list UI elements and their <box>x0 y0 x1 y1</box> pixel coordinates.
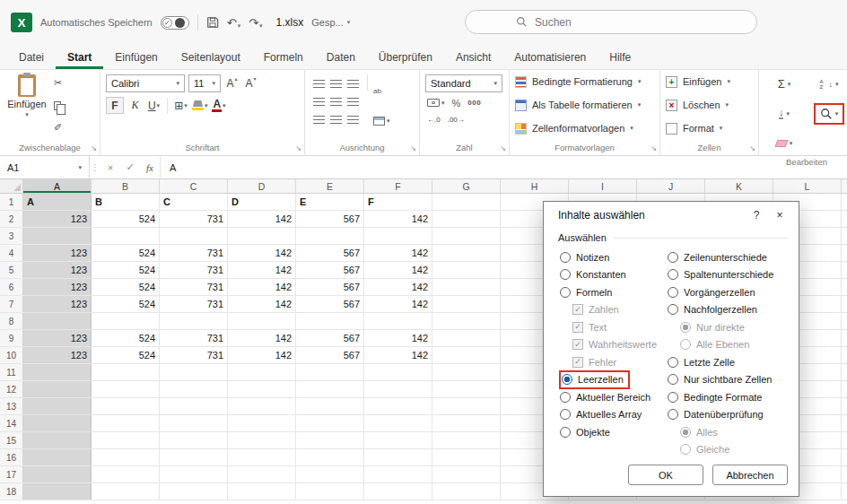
cell-G10[interactable] <box>432 347 501 363</box>
cell-G11[interactable] <box>432 364 501 380</box>
align-bottom-icon[interactable] <box>347 80 359 88</box>
cell-C15[interactable] <box>160 432 228 448</box>
cell-F10[interactable]: 142 <box>364 347 432 363</box>
row-header-7[interactable]: 7 <box>0 296 23 312</box>
wrap-text-button[interactable]: ab <box>373 84 390 98</box>
cell-C5[interactable]: 731 <box>160 262 228 278</box>
cell-G8[interactable] <box>432 313 501 329</box>
row-header-8[interactable]: 8 <box>0 313 23 329</box>
cut-button[interactable]: ✂ <box>54 76 66 90</box>
cell-D14[interactable] <box>228 415 296 431</box>
ok-button[interactable]: OK <box>628 465 703 485</box>
dialog-launcher-icon[interactable]: ↘ <box>91 145 97 152</box>
column-header-h[interactable]: H <box>501 179 569 193</box>
column-header-f[interactable]: F <box>364 179 432 193</box>
cell-A16[interactable] <box>23 449 92 465</box>
cell-D9[interactable]: 142 <box>228 330 296 346</box>
tab-start[interactable]: Start <box>56 45 103 69</box>
conditional-formatting-button[interactable]: Bedingte Formatierung▾ <box>515 74 654 90</box>
cell-F11[interactable] <box>364 364 432 380</box>
option-formeln[interactable]: Formeln <box>560 283 668 301</box>
cell-G6[interactable] <box>432 279 501 295</box>
cell-D12[interactable] <box>228 381 296 397</box>
sort-filter-button[interactable]: AZ↓▾ <box>816 77 842 91</box>
cell-D8[interactable] <box>228 313 296 329</box>
bold-button[interactable]: F <box>106 97 124 114</box>
formula-bar-handle[interactable]: ⋮ <box>90 162 100 172</box>
enter-entry-icon[interactable]: ✓ <box>120 161 140 173</box>
cell-C7[interactable]: 731 <box>160 296 228 312</box>
cell-A13[interactable] <box>23 398 92 414</box>
cell-B17[interactable] <box>92 466 160 482</box>
cell-B12[interactable] <box>92 381 160 397</box>
autosum-button[interactable]: Σ▾ <box>774 75 795 92</box>
cell-E9[interactable]: 567 <box>296 330 364 346</box>
dialog-close-icon[interactable]: × <box>770 209 790 222</box>
find-select-button[interactable]: ▾ <box>816 106 843 122</box>
tab-einfügen[interactable]: Einfügen <box>103 45 169 69</box>
radio-unchecked-icon[interactable] <box>668 409 678 420</box>
cell-D10[interactable]: 142 <box>228 347 296 363</box>
cell-B14[interactable] <box>92 415 160 431</box>
cell-C12[interactable] <box>160 381 228 397</box>
cell-C6[interactable]: 731 <box>160 279 228 295</box>
align-left-icon[interactable] <box>313 98 325 106</box>
cell-E1[interactable]: E <box>296 194 364 210</box>
dialog-launcher-icon[interactable]: ↘ <box>295 145 301 152</box>
row-header-9[interactable]: 9 <box>0 330 23 346</box>
cell-F2[interactable]: 142 <box>364 211 432 227</box>
tab-formeln[interactable]: Formeln <box>252 45 315 69</box>
cell-A12[interactable] <box>23 381 92 397</box>
row-header-4[interactable]: 4 <box>0 245 23 261</box>
option-aktuelles-array[interactable]: Aktuelles Array <box>560 406 668 424</box>
cell-D6[interactable]: 142 <box>228 279 296 295</box>
cell-D11[interactable] <box>228 364 296 380</box>
cell-F1[interactable]: F <box>364 194 432 210</box>
row-header-16[interactable]: 16 <box>0 449 23 465</box>
cell-B8[interactable] <box>92 313 160 329</box>
cell-E18[interactable] <box>296 483 364 500</box>
cell-F7[interactable]: 142 <box>364 296 432 312</box>
tab-automatisieren[interactable]: Automatisieren <box>502 45 598 69</box>
option-leerzellen[interactable]: Leerzellen <box>560 371 629 389</box>
select-all-corner[interactable] <box>0 179 23 193</box>
align-center-icon[interactable] <box>330 98 342 106</box>
cell-A10[interactable]: 123 <box>23 347 92 363</box>
cell-D1[interactable]: D <box>228 194 296 210</box>
cell-B10[interactable]: 524 <box>92 347 160 363</box>
grow-font-button[interactable]: A▴ <box>224 75 240 92</box>
row-header-12[interactable]: 12 <box>0 381 23 397</box>
fill-color-button[interactable]: ▾ <box>192 97 208 114</box>
cell-E11[interactable] <box>296 364 364 380</box>
save-status[interactable]: Gesp...▾ <box>311 17 350 28</box>
option-nur-sichtbare-zellen[interactable]: Nur sichtbare Zellen <box>668 371 791 389</box>
cell-B3[interactable] <box>92 228 160 244</box>
cell-B16[interactable] <box>92 449 160 465</box>
cell-E12[interactable] <box>296 381 364 397</box>
column-header-j[interactable]: J <box>637 179 705 193</box>
cell-E15[interactable] <box>296 432 364 448</box>
row-header-1[interactable]: 1 <box>0 194 23 210</box>
cell-A6[interactable]: 123 <box>23 279 92 295</box>
cell-F13[interactable] <box>364 398 432 414</box>
formula-input[interactable]: A <box>160 156 847 178</box>
cell-C11[interactable] <box>160 364 228 380</box>
orientation-icon[interactable] <box>347 116 359 124</box>
cell-A5[interactable]: 123 <box>23 262 92 278</box>
indent-decrease-icon[interactable] <box>313 116 325 124</box>
format-cells-button[interactable]: Format▾ <box>666 120 753 136</box>
cell-D16[interactable] <box>228 449 296 465</box>
cell-A2[interactable]: 123 <box>23 211 92 227</box>
row-header-14[interactable]: 14 <box>0 415 23 431</box>
cell-B15[interactable] <box>92 432 160 448</box>
row-header-17[interactable]: 17 <box>0 466 23 482</box>
insert-function-icon[interactable]: fx <box>140 162 160 173</box>
format-as-table-button[interactable]: Als Tabelle formatieren▾ <box>515 97 654 113</box>
decrease-decimal-button[interactable]: .00→ <box>448 113 465 126</box>
option-notizen[interactable]: Notizen <box>560 248 668 266</box>
cell-D2[interactable]: 142 <box>228 211 296 227</box>
radio-unchecked-icon[interactable] <box>668 287 678 298</box>
cell-C4[interactable]: 731 <box>160 245 228 261</box>
cell-A1[interactable]: A <box>23 194 92 210</box>
cell-G15[interactable] <box>432 432 501 448</box>
